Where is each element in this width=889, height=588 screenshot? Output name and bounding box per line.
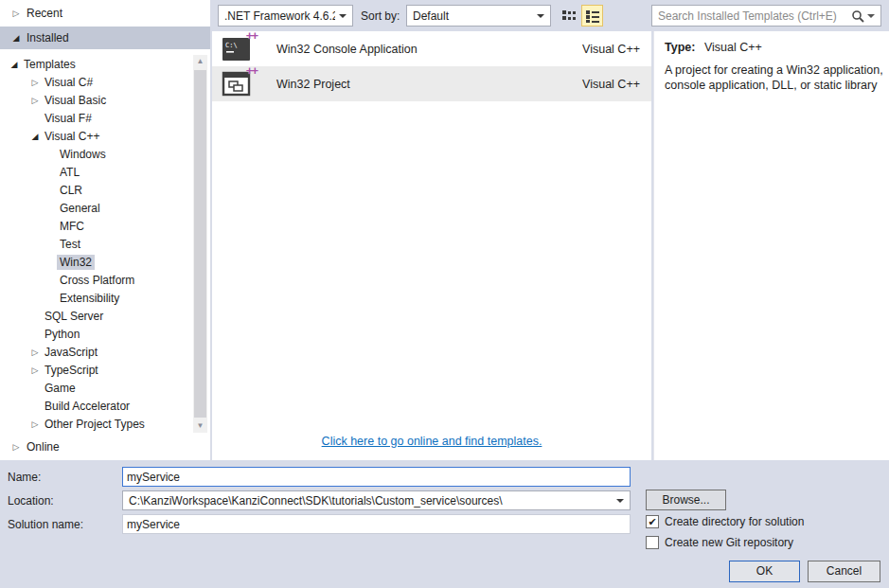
category-online[interactable]: ▷ Online (0, 436, 210, 458)
tree-item-python[interactable]: Python (0, 325, 191, 343)
chevron-down-icon (616, 499, 624, 503)
tree-item-label: General (57, 201, 103, 216)
template-language: Visual C++ (582, 43, 640, 56)
checkbox-label: Create directory for solution (665, 515, 804, 528)
category-label: Online (27, 440, 60, 454)
tree-item-cross-platform[interactable]: Cross Platform (0, 271, 191, 289)
tree-item-javascript[interactable]: ▷JavaScript (0, 343, 191, 361)
tree-item-visual-c-[interactable]: ▷Visual C# (0, 73, 191, 91)
sort-dropdown-value: Default (413, 9, 533, 23)
framework-dropdown[interactable]: .NET Framework 4.6.2 (218, 5, 353, 27)
template-language: Visual C++ (582, 78, 640, 91)
search-options-chevron-icon[interactable] (867, 14, 875, 18)
tree-item-templates[interactable]: ◢Templates (0, 55, 191, 73)
tree-item-label: Build Accelerator (42, 399, 133, 414)
collapsed-arrow-icon[interactable]: ▷ (9, 9, 23, 18)
tree-item-other-project-types[interactable]: ▷Other Project Types (0, 415, 191, 432)
tree-item-win32[interactable]: Win32 (0, 253, 191, 271)
collapsed-arrow-icon[interactable]: ▷ (9, 442, 23, 452)
search-icon[interactable] (851, 9, 864, 23)
category-label: Installed (27, 31, 69, 45)
solution-name-input[interactable] (122, 514, 631, 534)
name-label: Name: (8, 471, 41, 484)
tree-item-label: Game (42, 381, 79, 396)
tree-item-mfc[interactable]: MFC (0, 217, 191, 235)
solution-name-label: Solution name: (8, 518, 83, 531)
collapsed-arrow-icon[interactable]: ▷ (28, 96, 42, 105)
sort-by-label: Sort by: (361, 9, 400, 23)
tree-item-label: SQL Server (42, 309, 106, 324)
tree-item-visual-c-[interactable]: ◢Visual C++ (0, 127, 191, 145)
framework-dropdown-value: .NET Framework 4.6.2 (224, 9, 335, 23)
expanded-arrow-icon[interactable]: ◢ (9, 33, 23, 43)
collapsed-arrow-icon[interactable]: ▷ (28, 347, 42, 357)
search-box[interactable] (651, 5, 881, 27)
tree-item-visual-f-[interactable]: Visual F# (0, 109, 191, 127)
tree-item-label: MFC (57, 219, 87, 234)
tree-item-test[interactable]: Test (0, 235, 191, 253)
scroll-down-icon[interactable]: ▼ (193, 419, 207, 433)
category-installed[interactable]: ◢ Installed (0, 27, 210, 49)
template-name: Win32 Project (276, 78, 350, 91)
tree-item-general[interactable]: General (0, 199, 191, 217)
template-row-win32-project[interactable]: ++ Win32 Project Visual C++ (212, 66, 651, 101)
category-panel: ▷ Recent ◢ Installed ◢Templates▷Visual C… (0, 0, 210, 460)
expanded-arrow-icon[interactable]: ◢ (28, 132, 42, 141)
tree-item-label: Extensibility (57, 291, 122, 306)
tree-item-label: Windows (57, 147, 109, 162)
create-directory-checkbox[interactable]: ✔ (646, 515, 659, 528)
tree-item-windows[interactable]: Windows (0, 145, 191, 163)
template-type-row: Type: Visual C++ (665, 41, 880, 54)
tree-item-label: CLR (57, 183, 85, 198)
category-recent[interactable]: ▷ Recent (0, 2, 210, 25)
location-label: Location: (8, 494, 54, 508)
tree-item-label: TypeScript (42, 363, 101, 378)
template-row-win32-console[interactable]: C:\ ++ Win32 Console Application Visual … (212, 31, 651, 66)
ok-button[interactable]: OK (729, 561, 800, 582)
create-directory-checkbox-row[interactable]: ✔ Create directory for solution (646, 515, 804, 528)
tree-item-typescript[interactable]: ▷TypeScript (0, 361, 191, 379)
type-value: Visual C++ (704, 41, 762, 54)
tree-item-atl[interactable]: ATL (0, 163, 191, 181)
tree-item-build-accelerator[interactable]: Build Accelerator (0, 397, 191, 415)
location-dropdown[interactable]: C:\KanziWorkspace\KanziConnect\SDK\tutor… (122, 490, 631, 510)
template-description-panel: Type: Visual C++ A project for creating … (653, 31, 889, 460)
search-input[interactable] (658, 9, 851, 23)
online-link-container: Click here to go online and find templat… (212, 435, 651, 448)
expanded-arrow-icon[interactable]: ◢ (8, 60, 21, 69)
tree-item-visual-basic[interactable]: ▷Visual Basic (0, 91, 191, 109)
category-label: Recent (27, 7, 62, 20)
collapsed-arrow-icon[interactable]: ▷ (28, 78, 42, 87)
tree-item-label: Test (57, 237, 83, 252)
cpp-plus-marks: ++ (246, 63, 257, 78)
git-repository-checkbox[interactable] (646, 536, 659, 549)
list-view-icon (585, 9, 600, 24)
cancel-button[interactable]: Cancel (808, 561, 880, 582)
collapsed-arrow-icon[interactable]: ▷ (28, 365, 42, 375)
go-online-link[interactable]: Click here to go online and find templat… (322, 435, 542, 448)
chevron-down-icon (339, 14, 347, 18)
collapsed-arrow-icon[interactable]: ▷ (28, 419, 42, 429)
template-name: Win32 Console Application (276, 43, 418, 56)
console-application-icon: C:\ ++ (222, 33, 254, 65)
scrollbar-thumb[interactable] (194, 70, 206, 418)
tree-item-label: Templates (21, 57, 79, 72)
win32-project-icon: ++ (222, 68, 254, 100)
list-view-button[interactable] (581, 5, 603, 27)
tree-scrollbar[interactable]: ▲ ▼ (193, 55, 207, 433)
svg-text:C:\: C:\ (225, 42, 238, 49)
cpp-plus-marks: ++ (246, 28, 257, 43)
name-input[interactable] (122, 467, 631, 487)
small-icons-view-button[interactable] (558, 5, 579, 27)
tree-item-label: Python (42, 327, 82, 342)
tree-item-sql-server[interactable]: SQL Server (0, 307, 191, 325)
tree-item-label: Visual C# (42, 75, 96, 90)
tree-item-game[interactable]: Game (0, 379, 191, 397)
tree-item-extensibility[interactable]: Extensibility (0, 289, 191, 307)
git-repository-checkbox-row[interactable]: Create new Git repository (646, 536, 793, 549)
scroll-up-icon[interactable]: ▲ (193, 55, 207, 68)
sort-dropdown[interactable]: Default (406, 5, 551, 27)
tree-item-clr[interactable]: CLR (0, 181, 191, 199)
chevron-down-icon (537, 14, 544, 18)
browse-button[interactable]: Browse... (646, 490, 726, 510)
